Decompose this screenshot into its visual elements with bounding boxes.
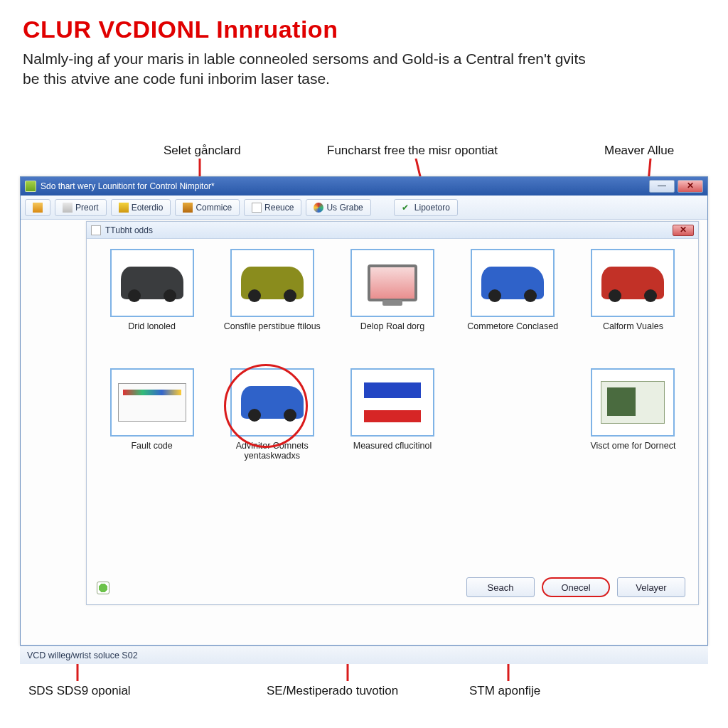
badge-icon xyxy=(183,203,193,213)
toolbar-label: Preort xyxy=(75,203,99,213)
callout-bottom-left: SDS SDS9 oponial xyxy=(28,684,131,698)
doc-icon xyxy=(91,225,101,235)
subwindow: TTubht odds ✕ Drid lonoled Consfile pers… xyxy=(86,221,699,605)
toolbar-label: Us Grabe xyxy=(326,203,363,213)
highlight-ring xyxy=(224,364,308,448)
page-title: CLUR VCDIONL Innruation xyxy=(0,0,728,46)
grid-item-label: Commetore Conclased xyxy=(467,321,558,331)
onecel-button[interactable]: Onecel xyxy=(542,577,610,597)
grid-item-label: Consfile perstibue ftilous xyxy=(224,321,321,331)
grid-item-0[interactable]: Drid lonoled xyxy=(100,249,204,355)
subwindow-close-button[interactable]: ✕ xyxy=(673,225,694,236)
toolbar: Preort Eoterdio Commice Reeuce Us Grabe … xyxy=(21,196,707,220)
grid-item-8[interactable]: Visct ome for Dornect xyxy=(581,368,685,475)
toolbar-label: Eoterdio xyxy=(132,203,164,213)
grid-item-label: Fault code xyxy=(131,441,172,451)
status-bar: VCD willeg/wrist soluce S02 xyxy=(20,646,708,664)
grid-item-label: Delop Roal dorg xyxy=(360,321,424,331)
page-icon xyxy=(252,203,262,213)
app-icon xyxy=(25,181,36,192)
callout-bottom-right: STM aponfije xyxy=(469,684,540,698)
check-icon: ✔ xyxy=(402,203,412,213)
status-indicator-icon[interactable] xyxy=(97,582,109,594)
toolbar-item-2[interactable]: Eoterdio xyxy=(111,199,171,216)
status-text: VCD willeg/wrist soluce S02 xyxy=(27,651,138,660)
subwindow-titlebar[interactable]: TTubht odds ✕ xyxy=(87,222,698,239)
callout-top-mid: Funcharst free the misr opontiat xyxy=(327,144,498,158)
grid-item-7[interactable]: Measured cflucitinol xyxy=(340,368,444,475)
shield-icon xyxy=(119,203,129,213)
footer-buttons: Seach Onecel Velayer xyxy=(466,577,685,597)
globe-icon xyxy=(314,203,323,213)
toolbar-label: Lipoetoro xyxy=(414,203,450,213)
callout-bottom-mid: SE/Mestiperado tuvotion xyxy=(267,684,398,698)
grid-item-2[interactable]: Delop Roal dorg xyxy=(340,249,444,355)
callout-top-left: Selet gånclard xyxy=(164,144,241,158)
toolbar-item-0[interactable] xyxy=(25,199,50,216)
grid-item-label: Visct ome for Dornect xyxy=(590,441,675,451)
desktop-area: DE-Gentroil Dieolificauer Opcoter Congtt… xyxy=(20,176,708,664)
window-title: Sdo thart wery Lounitiont for Control Ni… xyxy=(41,181,215,191)
toolbar-label: Reeuce xyxy=(264,203,294,213)
velayer-button[interactable]: Velayer xyxy=(617,577,685,597)
toolbar-item-4[interactable]: Reeuce xyxy=(244,199,301,216)
toolbar-label: Commice xyxy=(196,203,232,213)
toolbar-item-6[interactable]: ✔ Lipoetoro xyxy=(394,199,458,216)
grid-item-label: Calform Vuales xyxy=(603,321,663,331)
page-subtitle: Nalmly-ing af your maris in lable conneo… xyxy=(0,46,626,97)
icon-grid: Drid lonoled Consfile perstibue ftilous … xyxy=(87,239,698,485)
callout-top-right: Meaver Allue xyxy=(604,144,674,158)
grid-item-4[interactable]: Calform Vuales xyxy=(581,249,685,355)
subwindow-title: TTubht odds xyxy=(105,225,153,235)
grid-item-label: Measured cflucitinol xyxy=(353,441,432,451)
doc-icon xyxy=(63,203,73,213)
grid-item-label: Drid lonoled xyxy=(128,321,176,331)
minimize-button[interactable]: — xyxy=(649,180,675,193)
toolbar-item-3[interactable]: Commice xyxy=(175,199,240,216)
toolbar-item-5[interactable]: Us Grabe xyxy=(306,199,370,216)
toolbar-item-1[interactable]: Preort xyxy=(55,199,107,216)
close-button[interactable]: ✕ xyxy=(678,180,703,193)
grid-item-1[interactable]: Consfile perstibue ftilous xyxy=(220,249,324,355)
grid-item-3[interactable]: Commetore Conclased xyxy=(461,249,565,355)
search-button[interactable]: Seach xyxy=(466,577,535,597)
app-window: Sdo thart wery Lounitiont for Control Ni… xyxy=(20,176,708,646)
grid-item-6[interactable]: Adviniter Comnets yentaskwadxs xyxy=(220,368,324,475)
titlebar[interactable]: Sdo thart wery Lounitiont for Control Ni… xyxy=(21,177,707,196)
files-icon xyxy=(33,203,43,213)
grid-item-5[interactable]: Fault code xyxy=(100,368,204,475)
